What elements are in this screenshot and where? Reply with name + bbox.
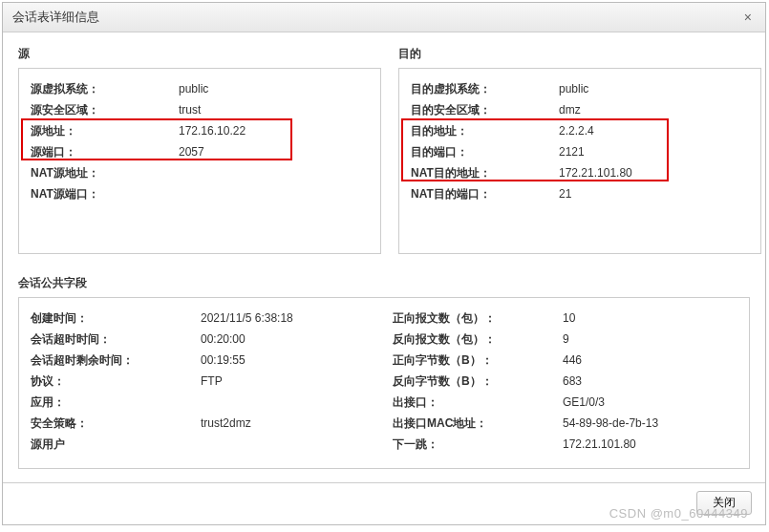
value: public [559, 82, 749, 96]
row-dest-zone: 目的安全区域： dmz [411, 99, 749, 120]
row-dest-vsys: 目的虚拟系统： public [411, 78, 749, 99]
label: 会话超时剩余时间： [31, 352, 201, 369]
label: 目的安全区域： [411, 102, 559, 118]
label: 源端口： [31, 144, 179, 160]
public-left-col: 创建时间： 2021/11/5 6:38:18 会话超时时间： 00:20:00… [31, 308, 375, 455]
dialog-titlebar: 会话表详细信息 × [3, 3, 765, 32]
row-created: 创建时间： 2021/11/5 6:38:18 [31, 308, 375, 329]
label: NAT目的地址： [411, 165, 559, 181]
row-rev-pkts: 反向报文数（包）： 9 [393, 329, 737, 350]
source-section: 源 源虚拟系统： public 源安全区域： trust 源地址： [18, 46, 381, 254]
label: 目的地址： [411, 123, 559, 139]
value: 00:19:55 [201, 353, 375, 367]
row-fwd-bytes: 正向字节数（B）： 446 [393, 350, 737, 371]
dest-title: 目的 [398, 46, 761, 62]
row-source-vsys: 源虚拟系统： public [31, 78, 369, 99]
value: dmz [559, 103, 749, 117]
label: 会话超时时间： [31, 331, 201, 348]
label: 出接口MAC地址： [393, 415, 563, 432]
value: 2021/11/5 6:38:18 [201, 311, 375, 325]
label: 源地址： [31, 123, 179, 139]
row-fwd-pkts: 正向报文数（包）： 10 [393, 308, 737, 329]
row-remain: 会话超时剩余时间： 00:19:55 [31, 350, 375, 371]
value: trust [179, 103, 369, 117]
value: 00:20:00 [201, 332, 375, 346]
row-source-zone: 源安全区域： trust [31, 99, 369, 120]
label: 目的端口： [411, 144, 559, 160]
source-panel: 源虚拟系统： public 源安全区域： trust 源地址： 172.16.1… [18, 68, 381, 254]
public-right-col: 正向报文数（包）： 10 反向报文数（包）： 9 正向字节数（B）： 446 [393, 308, 737, 455]
label: 反向报文数（包）： [393, 331, 563, 348]
value: 172.16.10.22 [179, 124, 369, 138]
dialog-content: 源 源虚拟系统： public 源安全区域： trust 源地址： [3, 32, 765, 482]
value: 2.2.2.4 [559, 124, 749, 138]
public-panel: 创建时间： 2021/11/5 6:38:18 会话超时时间： 00:20:00… [18, 297, 750, 469]
row-source-nat-port: NAT源端口： [31, 183, 369, 204]
value: GE1/0/3 [563, 395, 737, 409]
row-next-hop: 下一跳： 172.21.101.80 [393, 434, 737, 455]
row-user: 源用户 [31, 434, 375, 455]
value: 2057 [179, 145, 369, 159]
label: 反向字节数（B）： [393, 373, 563, 390]
value: public [179, 82, 369, 96]
label: 出接口： [393, 394, 563, 411]
label: 源安全区域： [31, 102, 179, 118]
label: NAT目的端口： [411, 186, 559, 202]
label: 正向字节数（B）： [393, 352, 563, 369]
label: 源虚拟系统： [31, 81, 179, 97]
dialog-title: 会话表详细信息 [12, 9, 99, 26]
row-source-nat-addr: NAT源地址： [31, 162, 369, 183]
row-policy: 安全策略： trust2dmz [31, 413, 375, 434]
label: 应用： [31, 394, 201, 411]
value: 446 [563, 353, 737, 367]
row-rev-bytes: 反向字节数（B）： 683 [393, 371, 737, 392]
close-button[interactable]: 关闭 [696, 491, 752, 515]
row-out-if: 出接口： GE1/0/3 [393, 392, 737, 413]
row-timeout: 会话超时时间： 00:20:00 [31, 329, 375, 350]
public-title: 会话公共字段 [18, 275, 750, 291]
label: 源用户 [31, 436, 201, 453]
dest-panel: 目的虚拟系统： public 目的安全区域： dmz 目的地址： 2.2.2.4 [398, 68, 761, 254]
row-proto: 协议： FTP [31, 371, 375, 392]
value: 172.21.101.80 [563, 437, 737, 451]
row-source-addr: 源地址： 172.16.10.22 [31, 120, 369, 141]
value: 54-89-98-de-7b-13 [563, 416, 737, 430]
session-detail-dialog: 会话表详细信息 × 源 源虚拟系统： public 源安全区域： trust [2, 2, 766, 525]
value: 2121 [559, 145, 749, 159]
label: 安全策略： [31, 415, 201, 432]
value: 172.21.101.80 [559, 166, 749, 180]
public-section: 会话公共字段 创建时间： 2021/11/5 6:38:18 会话超时时间： 0… [18, 275, 750, 469]
dialog-footer: 关闭 CSDN @m0_60444349 [3, 482, 765, 524]
policy-link[interactable]: trust2dmz [201, 416, 375, 430]
close-icon[interactable]: × [740, 10, 756, 25]
dest-section: 目的 目的虚拟系统： public 目的安全区域： dmz 目的地址： [398, 46, 761, 254]
row-out-mac: 出接口MAC地址： 54-89-98-de-7b-13 [393, 413, 737, 434]
value: FTP [201, 374, 375, 388]
row-dest-port: 目的端口： 2121 [411, 141, 749, 162]
label: NAT源端口： [31, 186, 179, 202]
label: 下一跳： [393, 436, 563, 453]
row-dest-nat-port: NAT目的端口： 21 [411, 183, 749, 204]
value: 21 [559, 187, 749, 201]
row-dest-addr: 目的地址： 2.2.2.4 [411, 120, 749, 141]
row-source-port: 源端口： 2057 [31, 141, 369, 162]
label: 目的虚拟系统： [411, 81, 559, 97]
row-app: 应用： [31, 392, 375, 413]
source-title: 源 [18, 46, 381, 62]
label: 协议： [31, 373, 201, 390]
label: 创建时间： [31, 310, 201, 327]
row-dest-nat-addr: NAT目的地址： 172.21.101.80 [411, 162, 749, 183]
value: 683 [563, 374, 737, 388]
value: 10 [563, 311, 737, 325]
label: 正向报文数（包）： [393, 310, 563, 327]
value: 9 [563, 332, 737, 346]
label: NAT源地址： [31, 165, 179, 181]
